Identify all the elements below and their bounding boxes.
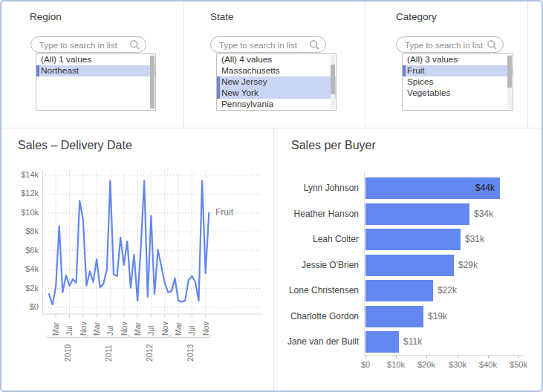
scrollbar[interactable] [150,55,155,109]
panel-divider [183,1,184,128]
panel-divider [365,1,365,128]
bar-category-label: Lone Christensen [274,280,359,301]
list-item[interactable]: Massachusetts [217,65,336,76]
y-axis-tick-label: $12k [1,189,39,197]
chart-title: Sales per Buyer [291,139,376,152]
scrollbar-thumb[interactable] [150,56,155,108]
sales-line-series[interactable] [49,181,209,305]
list-item[interactable]: Spices [403,76,513,88]
x-axis-tick-label: $50k [502,360,535,369]
x-axis-tick [365,355,366,359]
bar-category-label: Heather Hanson [274,203,359,225]
year-bracket [88,335,129,338]
chart-title: Sales – Delivery Date [18,139,132,152]
x-axis-tick-label: Mar [173,318,183,336]
filter-list: (All) 3 valuesFruitSpicesVegetables [402,53,513,111]
x-axis-tick [458,355,458,359]
filters-row: Region (All) 1 valuesNortheast State [1,1,542,128]
x-axis-tick-label: Nov [78,318,88,336]
bar[interactable] [365,229,461,250]
bar-value-label: $34k [474,203,493,225]
filter-title: Category [396,11,437,22]
bar[interactable] [365,203,469,225]
x-axis-tick-label: $20k [410,360,443,369]
bar[interactable] [365,331,399,353]
year-label: 2010 [62,339,73,362]
x-axis-tick [488,355,489,359]
search-input[interactable] [403,38,486,53]
dashboard: Region (All) 1 valuesNortheast State [0,0,543,392]
bar-category-label: Jessie O'Brien [274,255,359,276]
filter-panel-state: State (All) 4 valuesMassachusettsNew Jer… [183,1,365,128]
x-axis-tick-label: Jul [186,318,197,336]
y-axis-tick-label: $14k [1,170,39,179]
y-axis-tick-label: $10k [1,208,39,217]
search-box [210,36,326,53]
x-axis-tick-label: Jul [105,318,115,336]
x-axis-tick [396,355,397,359]
list-item[interactable]: Fruit [403,65,513,76]
list-item[interactable]: (All) 4 values [217,54,336,65]
year-bracket [170,335,210,338]
filter-title: Region [30,11,62,22]
list-item[interactable]: New York [217,88,336,99]
bar-value-label: $29k [458,255,478,276]
scrollbar[interactable] [331,55,335,109]
panel-divider [527,1,528,128]
list-item[interactable]: Northeast [36,65,155,76]
x-axis-tick-label: $40k [472,360,504,369]
search-icon [487,39,498,50]
list-item[interactable]: New Jersey [217,76,336,88]
line-chart [42,170,267,318]
filter-panel-region: Region (All) 1 valuesNortheast [1,1,183,128]
charts-row: Sales – Delivery Date $0$2k$4k$6k$8k$10k… [1,128,542,391]
x-axis-tick [426,355,427,359]
bar-value-label: $11k [403,331,422,353]
bar-value-label: $44k [365,177,495,199]
line-chart-plot: MarJulNov2010MarJulNov2011MarJulNov2012M… [42,170,267,385]
bar-category-label: Charlotte Gordon [274,306,359,327]
year-label: 2011 [103,339,114,362]
list-item[interactable]: Vegetables [403,88,513,99]
x-axis-tick-label: Jul [146,318,156,336]
bar-chart-y-axis [364,172,365,355]
bar-chart-x-axis [364,355,524,356]
search-input[interactable] [38,38,127,53]
scrollbar-thumb[interactable] [331,65,335,94]
year-label: 2013 [185,339,195,362]
bar-value-label: $19k [428,306,447,327]
x-axis-tick-label: Mar [51,318,61,336]
line-chart-panel: Sales – Delivery Date $0$2k$4k$6k$8k$10k… [1,128,274,391]
y-axis-tick-label: $2k [1,284,39,293]
list-item[interactable]: (All) 1 values [36,54,155,65]
list-item[interactable]: Pennsylvania [217,99,336,110]
search-box [396,36,504,53]
x-axis-tick-label: $30k [441,360,474,369]
x-axis-tick [518,355,519,359]
year-label: 2012 [144,339,155,362]
bar[interactable] [365,255,454,276]
bar-value-label: $31k [465,229,484,250]
year-bracket [48,335,88,338]
scrollbar-thumb[interactable] [507,56,512,87]
search-input[interactable] [218,38,307,53]
y-axis-tick-label: $4k [1,264,39,273]
x-axis-tick-label: Nov [119,318,129,336]
bar[interactable] [365,306,423,327]
bar-category-label: Lynn Johnson [274,177,359,199]
scrollbar[interactable] [507,55,512,109]
x-axis-tick-label: Nov [160,318,170,336]
x-axis-tick-label: Jul [64,318,74,336]
series-label: Fruit [215,207,233,218]
filter-list: (All) 1 valuesNortheast [36,53,156,111]
x-axis-tick-label: $10k [380,360,412,369]
y-axis-tick-label: $6k [1,246,39,255]
list-item[interactable]: (All) 3 values [403,54,513,65]
filter-title: State [210,11,234,22]
bar[interactable] [365,280,433,301]
bar-chart-panel: Sales per Buyer Lynn Johnson$44kHeather … [274,128,542,391]
x-axis-tick-label: Nov [201,318,211,336]
bar-category-label: Leah Colter [274,229,359,250]
x-axis-tick-label: Mar [132,318,143,336]
x-axis-tick-label: $0 [349,360,382,369]
